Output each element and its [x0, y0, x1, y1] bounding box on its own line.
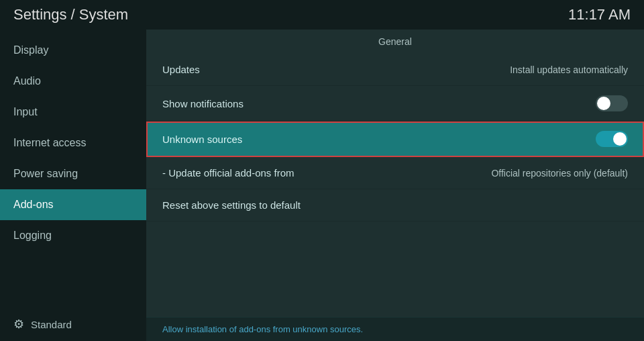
- settings-list: UpdatesInstall updates automaticallyShow…: [146, 54, 644, 317]
- setting-row-reset-settings[interactable]: Reset above settings to default: [146, 189, 644, 222]
- setting-label-unknown-sources: Unknown sources: [162, 134, 242, 145]
- toggle-knob-unknown-sources: [613, 132, 627, 146]
- app-header: Settings / System 11:17 AM: [0, 0, 644, 30]
- clock: 11:17 AM: [568, 6, 631, 23]
- section-header: General: [146, 30, 644, 54]
- gear-icon: ⚙: [13, 317, 24, 332]
- sidebar-footer[interactable]: ⚙ Standard: [0, 307, 146, 341]
- setting-row-show-notifications[interactable]: Show notifications: [146, 86, 644, 121]
- toggle-unknown-sources[interactable]: [596, 131, 628, 147]
- setting-row-update-addons-from[interactable]: - Update official add-ons fromOfficial r…: [146, 157, 644, 189]
- setting-value-updates: Install updates automatically: [510, 64, 628, 75]
- setting-value-update-addons-from: Official repositories only (default): [491, 168, 628, 179]
- setting-label-update-addons-from: - Update official add-ons from: [162, 167, 294, 179]
- main-layout: DisplayAudioInputInternet accessPower sa…: [0, 30, 644, 341]
- page-title: Settings / System: [13, 6, 128, 23]
- sidebar-item-display[interactable]: Display: [0, 35, 146, 66]
- setting-row-unknown-sources[interactable]: Unknown sources: [146, 121, 644, 157]
- sidebar-item-input[interactable]: Input: [0, 97, 146, 128]
- sidebar-footer-label: Standard: [31, 319, 72, 330]
- sidebar-item-logging[interactable]: Logging: [0, 220, 146, 251]
- sidebar-item-audio[interactable]: Audio: [0, 66, 146, 97]
- setting-row-updates[interactable]: UpdatesInstall updates automatically: [146, 54, 644, 86]
- setting-label-updates: Updates: [162, 64, 200, 75]
- toggle-show-notifications[interactable]: [596, 95, 628, 111]
- sidebar-item-internet-access[interactable]: Internet access: [0, 128, 146, 158]
- sidebar-item-power-saving[interactable]: Power saving: [0, 158, 146, 189]
- setting-label-reset-settings: Reset above settings to default: [162, 199, 301, 211]
- sidebar-item-add-ons[interactable]: Add-ons: [0, 189, 146, 220]
- content-footer: Allow installation of add-ons from unkno…: [146, 317, 644, 341]
- setting-label-show-notifications: Show notifications: [162, 98, 244, 109]
- toggle-knob-show-notifications: [597, 97, 610, 110]
- sidebar: DisplayAudioInputInternet accessPower sa…: [0, 30, 146, 341]
- content-area: General UpdatesInstall updates automatic…: [146, 30, 644, 341]
